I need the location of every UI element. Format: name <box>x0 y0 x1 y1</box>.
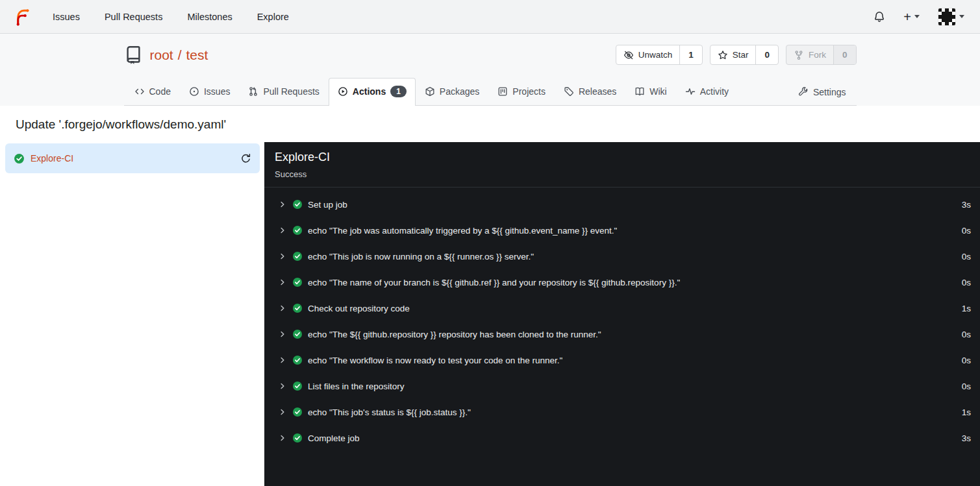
job-list-item[interactable]: Explore-CI <box>5 143 260 173</box>
repo-tab[interactable]: Packages <box>416 78 488 105</box>
pull-request-icon <box>248 86 258 97</box>
tab-label: Code <box>149 86 171 97</box>
nav-links: IssuesPull RequestsMilestonesExplore <box>40 0 301 34</box>
repo-action-button[interactable]: Star <box>710 45 756 64</box>
step-name: Set up job <box>308 200 347 210</box>
tab-label: Activity <box>700 86 729 97</box>
nav-item-label[interactable]: Milestones <box>175 0 244 34</box>
step-duration: 1s <box>962 304 971 313</box>
tab-label: Settings <box>813 87 846 97</box>
notifications-button[interactable] <box>873 11 885 23</box>
job-step-row[interactable]: echo "The name of your branch is ${{ git… <box>264 269 980 295</box>
chevron-right-icon[interactable] <box>279 200 286 208</box>
chevron-right-icon[interactable] <box>279 330 286 338</box>
step-duration: 3s <box>962 200 971 210</box>
repo-tab[interactable]: Wiki <box>625 78 675 105</box>
pulse-icon <box>685 86 696 97</box>
success-check-icon <box>292 199 303 210</box>
job-name: Explore-CI <box>31 153 73 164</box>
chevron-right-icon[interactable] <box>279 252 286 260</box>
chevron-right-icon[interactable] <box>279 304 286 312</box>
chevron-down-icon <box>914 15 920 18</box>
nav-item[interactable]: Issues <box>40 0 92 34</box>
repo-owner-link[interactable]: root <box>150 47 173 62</box>
step-duration: 0s <box>962 252 971 261</box>
repo-action-label: Fork <box>809 50 826 60</box>
bell-icon <box>873 11 885 23</box>
job-step-row[interactable]: echo "The workflow is now ready to test … <box>264 347 980 373</box>
chevron-right-icon[interactable] <box>279 434 286 442</box>
repo-tab[interactable]: Releases <box>555 78 625 105</box>
eye-slash-icon <box>623 50 634 60</box>
chevron-right-icon[interactable] <box>279 382 286 390</box>
repo-path-separator: / <box>178 47 182 62</box>
repo-name-link[interactable]: test <box>186 47 208 62</box>
tab-settings[interactable]: Settings <box>789 79 855 105</box>
success-check-icon <box>292 277 303 287</box>
repo-action-group: Star 0 <box>710 45 779 65</box>
success-check-icon <box>292 407 303 417</box>
book-icon <box>634 86 645 97</box>
nav-item-label[interactable]: Pull Requests <box>92 0 175 34</box>
step-name: echo "The name of your branch is ${{ git… <box>308 278 680 287</box>
step-duration: 3s <box>962 433 971 443</box>
step-duration: 0s <box>962 278 971 287</box>
create-new-dropdown[interactable]: + <box>903 10 920 23</box>
repo-tab[interactable]: Pull Requests <box>239 78 328 105</box>
job-step-row[interactable]: echo "The ${{ github.repository }} repos… <box>264 321 980 347</box>
job-step-row[interactable]: List files in the repository 0s <box>264 373 980 399</box>
job-panel-header: Explore-CI Success <box>264 142 980 188</box>
repo-action-button[interactable]: Unwatch <box>616 45 680 64</box>
repo-icon <box>124 45 143 64</box>
tab-label: Wiki <box>649 86 666 97</box>
nav-item[interactable]: Explore <box>245 0 301 34</box>
nav-item-label[interactable]: Explore <box>245 0 301 34</box>
repo-action-buttons: Unwatch 1 Star 0 <box>616 45 857 65</box>
nav-item-label[interactable]: Issues <box>40 0 92 34</box>
step-duration: 0s <box>962 356 971 365</box>
job-step-row[interactable]: Set up job 3s <box>264 191 980 217</box>
chevron-down-icon <box>959 15 964 18</box>
repo-action-group: Unwatch 1 <box>616 45 703 65</box>
repo-action-group: Fork 0 <box>786 45 857 65</box>
step-name: Complete job <box>308 433 360 443</box>
run-title: Update '.forgejo/workflows/demo.yaml' <box>0 106 980 142</box>
forgejo-logo-icon[interactable] <box>13 6 34 27</box>
chevron-right-icon[interactable] <box>279 408 286 416</box>
job-detail-panel: Explore-CI Success Set up job <box>264 142 980 486</box>
step-name: echo "This job is now running on a ${{ r… <box>308 252 534 261</box>
nav-item[interactable]: Milestones <box>175 0 244 34</box>
chevron-right-icon[interactable] <box>279 226 286 234</box>
job-step-row[interactable]: echo "This job's status is ${{ job.statu… <box>264 399 980 425</box>
chevron-right-icon[interactable] <box>279 278 286 286</box>
success-check-icon <box>292 225 303 236</box>
repo-action-count[interactable]: 1 <box>679 45 702 64</box>
repo-tab[interactable]: Projects <box>488 78 555 105</box>
jobs-sidebar: Explore-CI <box>0 142 264 486</box>
job-detail-title: Explore-CI <box>275 151 970 164</box>
nav-right: + <box>873 8 968 26</box>
refresh-icon <box>240 153 251 164</box>
user-menu-dropdown[interactable] <box>938 8 964 26</box>
plus-icon: + <box>903 10 911 23</box>
repo-action-count[interactable]: 0 <box>833 45 856 64</box>
chevron-right-icon[interactable] <box>279 356 286 364</box>
job-step-row[interactable]: Complete job 3s <box>264 425 980 451</box>
nav-item[interactable]: Pull Requests <box>92 0 175 34</box>
repo-tab[interactable]: Code <box>125 78 180 105</box>
step-duration: 0s <box>962 226 971 236</box>
job-step-row[interactable]: echo "This job is now running on a ${{ r… <box>264 243 980 269</box>
repo-action-label: Star <box>733 50 749 60</box>
repo-action-count[interactable]: 0 <box>755 45 778 64</box>
repo-action-button[interactable]: Fork <box>786 45 833 64</box>
job-step-row[interactable]: Check out repository code 1s <box>264 295 980 321</box>
tab-label: Packages <box>440 86 479 97</box>
repo-tab[interactable]: Actions 1 <box>329 78 416 106</box>
repo-tab[interactable]: Issues <box>180 78 239 105</box>
star-icon <box>718 50 728 60</box>
tab-label: Issues <box>204 86 230 97</box>
success-check-icon <box>292 329 303 339</box>
refresh-button[interactable] <box>240 153 251 164</box>
job-step-row[interactable]: echo "The job was automatically triggere… <box>264 217 980 243</box>
repo-tab[interactable]: Activity <box>676 78 738 105</box>
